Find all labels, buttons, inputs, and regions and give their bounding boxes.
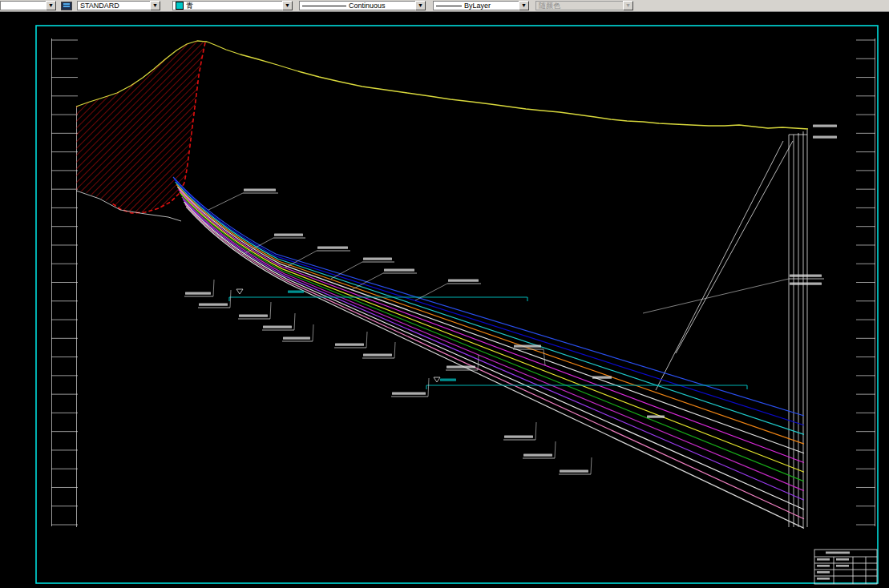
text-style-combo[interactable]: STANDARD ▼ (77, 1, 160, 10)
label-leader (415, 284, 447, 300)
label-leader (544, 349, 545, 365)
label-text (514, 345, 541, 348)
label-leader (313, 324, 313, 341)
label-leader (394, 342, 395, 358)
profile-lines (173, 177, 804, 528)
profile-10 (183, 199, 804, 500)
lineweight-combo-label: ByLayer (464, 2, 491, 10)
profile-11 (184, 202, 805, 509)
chevron-down-icon[interactable]: ▼ (519, 1, 529, 10)
annotation-labels (184, 125, 837, 474)
label-leader (643, 279, 789, 313)
water-level-symbol (434, 377, 440, 382)
label-text (523, 454, 552, 457)
label-leader (331, 262, 362, 279)
dimension-line (656, 141, 783, 390)
label-text (592, 377, 612, 379)
linetype-combo-label: Continuous (349, 2, 386, 10)
text-style-combo-field[interactable]: STANDARD (77, 1, 150, 10)
label-leader (555, 441, 556, 458)
label-leader (270, 302, 271, 319)
unnamed-combo[interactable]: ▼ (0, 1, 56, 10)
linetype-sample-icon (302, 6, 346, 6)
color-combo-label: 青 (186, 2, 193, 10)
label-text (813, 125, 837, 127)
label-text (790, 275, 822, 277)
label-text (263, 326, 292, 328)
profile-03 (176, 182, 804, 434)
properties-toolbar: ▼ STANDARD ▼ 青 ▼ Continuous ▼ ByLayer ▼ … (0, 0, 889, 12)
label-text (790, 283, 822, 285)
lineweight-combo[interactable]: ByLayer ▼ (433, 1, 529, 10)
label-text (274, 234, 303, 236)
chevron-down-icon[interactable]: ▼ (150, 1, 160, 10)
label-text (363, 258, 392, 260)
label-text (185, 292, 211, 295)
title-block-text (836, 565, 849, 567)
profile-08 (180, 195, 804, 481)
plot-style-combo: 随颜色 ▼ (535, 1, 633, 10)
label-text (244, 189, 276, 191)
label-text (647, 416, 665, 418)
label-leader (478, 355, 479, 370)
title-block-text (826, 552, 850, 554)
label-text (384, 269, 414, 272)
label-leader (428, 378, 429, 397)
dimension-line (676, 141, 793, 353)
label-leader (366, 332, 367, 348)
label-text (283, 337, 310, 340)
chevron-down-icon: ▼ (623, 1, 633, 10)
chevron-down-icon[interactable]: ▼ (46, 1, 56, 10)
chevron-down-icon[interactable]: ▼ (282, 1, 293, 10)
title-block-text (817, 558, 830, 561)
title-block-text (817, 565, 830, 567)
color-swatch (176, 2, 184, 10)
label-text (440, 379, 456, 381)
label-text (288, 291, 304, 293)
label-text (199, 304, 228, 306)
drawing-canvas[interactable] (0, 0, 889, 588)
label-leader (208, 193, 243, 210)
lineweight-combo-field[interactable]: ByLayer (433, 1, 519, 10)
profile-01 (173, 177, 804, 416)
plot-style-combo-field: 随颜色 (535, 1, 623, 10)
title-block-text (817, 571, 830, 574)
label-leader (294, 313, 295, 330)
label-text (363, 354, 392, 356)
linetype-combo-field[interactable]: Continuous (299, 1, 415, 10)
color-combo-field[interactable]: 青 (172, 1, 282, 10)
label-text (239, 315, 268, 317)
chevron-down-icon[interactable]: ▼ (415, 1, 426, 10)
excavation-hatch (76, 41, 205, 213)
label-text (317, 247, 348, 249)
title-block-text (836, 558, 849, 561)
label-text (813, 136, 837, 139)
color-combo[interactable]: 青 ▼ (172, 1, 293, 10)
label-text (335, 344, 364, 346)
label-leader (535, 422, 536, 440)
label-leader (230, 290, 231, 308)
label-leader (213, 280, 214, 296)
linetype-combo[interactable]: Continuous ▼ (299, 1, 426, 10)
lineweight-sample-icon (436, 6, 462, 6)
label-text (504, 436, 533, 438)
title-block (814, 550, 877, 584)
label-text (447, 366, 475, 369)
title-block-text (817, 578, 830, 580)
water-level-symbol (236, 289, 243, 294)
label-text (448, 280, 479, 282)
label-leader (591, 457, 592, 474)
label-text (392, 393, 426, 395)
profile-02 (174, 179, 804, 425)
text-style-manager-icon[interactable] (61, 2, 72, 10)
profile-09 (182, 197, 804, 491)
unnamed-combo-field[interactable] (0, 1, 46, 10)
right-structure (656, 130, 807, 527)
label-text (560, 470, 588, 473)
profile-07 (180, 192, 804, 473)
